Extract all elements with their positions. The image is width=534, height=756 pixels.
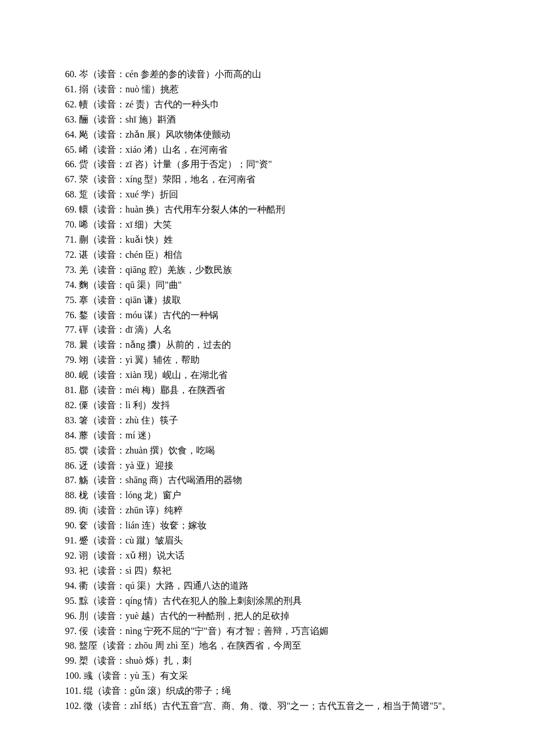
entry-number: 78. (65, 340, 77, 350)
entry-number: 102. (65, 701, 81, 711)
entry-text: 衠（读音：zhūn 谆）纯粹 (79, 505, 183, 515)
entry-65: 65. 崤（读音：xiáo 淆）山名，在河南省 (65, 142, 469, 157)
entry-text: 麴（读音：qū 渠）同"曲" (79, 280, 182, 290)
entry-number: 66. (65, 159, 77, 169)
entry-number: 71. (65, 235, 77, 244)
entry-text: 傈（读音：lì 利）发抖 (79, 400, 170, 410)
entry-67: 67. 荥（读音：xíng 型）荥阳，地名，在河南省 (65, 172, 469, 187)
entry-73: 73. 羌（读音：qiāng 腔）羌族，少数民族 (65, 262, 469, 278)
entry-number: 72. (65, 250, 77, 260)
entry-70: 70. 唏（读音：xī 细）大笑 (65, 217, 469, 232)
entry-text: 馔（读音：zhuàn 撰）饮食，吃喝 (79, 445, 215, 455)
entry-number: 62. (65, 99, 77, 109)
entry-number: 64. (65, 129, 77, 139)
entry-text: 羌（读音：qiāng 腔）羌族，少数民族 (79, 265, 232, 275)
entry-text: 蘼（读音：mí 迷） (79, 430, 156, 440)
entry-number: 79. (65, 355, 77, 365)
entry-number: 100. (65, 671, 81, 681)
entry-text: 黥（读音：qíng 情）古代在犯人的脸上刺刻涂黑的刑具 (79, 596, 302, 606)
entry-text: 飐（读音：zhǎn 展）风吹物体使颤动 (79, 129, 230, 139)
entry-number: 97. (65, 626, 77, 636)
entry-number: 63. (65, 114, 77, 124)
entry-86: 86. 迓（读音：yà 亚）迎接 (65, 458, 469, 473)
entry-68: 68. 踅（读音：xué 学）折回 (65, 187, 469, 202)
entry-text: 崤（读音：xiáo 淆）山名，在河南省 (79, 145, 228, 154)
entry-text: 盩厔（读音：zhōu 周 zhì 至）地名，在陕西省，今周至 (79, 640, 301, 650)
entry-text: 觞（读音：shāng 商）古代喝酒用的器物 (79, 475, 242, 485)
entry-71: 71. 蒯（读音：kuǎi 快）姓 (65, 232, 469, 247)
entry-number: 92. (65, 550, 77, 560)
entry-63: 63. 酾（读音：shī 施）斟酒 (65, 112, 469, 127)
entry-72: 72. 谌（读音：chén 臣）相信 (65, 247, 469, 262)
entry-text: 磾（读音：dī 滴）人名 (79, 325, 172, 334)
entry-60: 60. 岑（读音：cén 参差的参的读音）小而高的山 (65, 67, 469, 82)
entry-number: 67. (65, 174, 77, 184)
entry-text: 衢（读音：qú 渠）大路，四通八达的道路 (79, 581, 248, 591)
entry-text: 酾（读音：shī 施）斟酒 (79, 114, 176, 124)
entry-text: 鍪（读音：móu 谋）古代的一种锅 (79, 310, 218, 320)
entry-text: 荥（读音：xíng 型）荥阳，地名，在河南省 (79, 174, 255, 184)
entry-number: 65. (65, 145, 77, 154)
entry-number: 87. (65, 475, 77, 485)
entry-101: 101. 绲（读音：gǔn 滚）织成的带子；绳 (65, 683, 469, 699)
entry-69: 69. 轘（读音：huàn 换）古代用车分裂人体的一种酷刑 (65, 202, 469, 217)
entry-number: 70. (65, 219, 77, 229)
entry-number: 101. (65, 686, 81, 696)
entry-64: 64. 飐（读音：zhǎn 展）风吹物体使颤动 (65, 127, 469, 142)
entry-84: 84. 蘼（读音：mí 迷） (65, 428, 469, 443)
entry-text: 迓（读音：yà 亚）迎接 (79, 460, 174, 470)
character-definitions-list: 60. 岑（读音：cén 参差的参的读音）小而高的山61. 搦（读音：nuò 懦… (65, 67, 469, 699)
entry-number: 90. (65, 520, 77, 530)
entry-text: 岘（读音：xiàn 现）岘山，在湖北省 (79, 370, 228, 380)
entry-number: 88. (65, 490, 77, 500)
entry-61: 61. 搦（读音：nuò 懦）挑惹 (65, 82, 469, 97)
entry-text: 槊（读音：shuò 烁）扎，刺 (79, 656, 192, 665)
entry-text: 唏（读音：xī 细）大笑 (79, 219, 172, 229)
entry-text: 搴（读音：qiān 谦）拔取 (79, 295, 181, 305)
entry-text: 刖（读音：yuè 越）古代的一种酷刑，把人的足砍掉 (79, 611, 290, 621)
entry-89: 89. 衠（读音：zhūn 谆）纯粹 (65, 503, 469, 518)
entry-text: 彧（读音：yù 玉）有文采 (84, 671, 188, 681)
entry-text: 搦（读音：nuò 懦）挑惹 (79, 84, 179, 94)
entry-text: 祀（读音：sì 四）祭祀 (79, 566, 171, 575)
entry-number: 91. (65, 535, 77, 545)
entry-number: 85. (65, 445, 77, 455)
entry-62: 62. 帻（读音：zé 责）古代的一种头巾 (65, 97, 469, 112)
entry-66: 66. 赀（读音：zī 咨）计量（多用于否定）；同"资" (65, 157, 469, 172)
entry-text: 谌（读音：chén 臣）相信 (79, 250, 182, 260)
entry-93: 93. 祀（读音：sì 四）祭祀 (65, 563, 469, 578)
entry-number: 77. (65, 325, 77, 334)
entry-74: 74. 麴（读音：qū 渠）同"曲" (65, 278, 469, 293)
entry-number: 76. (65, 310, 77, 320)
entry-text: 佞（读音：nìng 宁死不屈的"宁"音）有才智；善辩，巧言谄媚 (79, 626, 329, 636)
entry-number: 98. (65, 640, 77, 650)
entry-82: 82. 傈（读音：lì 利）发抖 (65, 398, 469, 413)
entry-number: 80. (65, 370, 77, 380)
entry-text: 蒯（读音：kuǎi 快）姓 (79, 235, 173, 244)
entry-number: 74. (65, 280, 77, 290)
entry-text: 踅（读音：xué 学）折回 (79, 189, 178, 199)
entry-number: 61. (65, 84, 77, 94)
entry-number: 93. (65, 566, 77, 575)
entry-number: 60. (65, 69, 77, 79)
entry-96: 96. 刖（读音：yuè 越）古代的一种酷刑，把人的足砍掉 (65, 609, 469, 624)
entry-number: 68. (65, 189, 77, 199)
entry-83: 83. 箸（读音：zhù 住）筷子 (65, 413, 469, 428)
entry-90: 90. 奁（读音：lián 连）妆奁；嫁妆 (65, 518, 469, 533)
entry-text: 轘（读音：huàn 换）古代用车分裂人体的一种酷刑 (79, 204, 285, 214)
entry-text: 郿（读音：méi 梅）郿县，在陕西省 (79, 385, 225, 395)
entry-text: 赀（读音：zī 咨）计量（多用于否定）；同"资" (79, 159, 272, 169)
entry-text: 绲（读音：gǔn 滚）织成的带子；绳 (84, 686, 231, 696)
entry-number: 89. (65, 505, 77, 515)
entry-98: 98. 盩厔（读音：zhōu 周 zhì 至）地名，在陕西省，今周至 (65, 638, 469, 653)
entry-94: 94. 衢（读音：qú 渠）大路，四通八达的道路 (65, 578, 469, 593)
entry-text: 翊（读音：yì 翼）辅佐，帮助 (79, 355, 200, 365)
entry-text: 帻（读音：zé 责）古代的一种头巾 (79, 99, 219, 109)
entry-92: 92. 诩（读音：xǔ 栩）说大话 (65, 548, 469, 563)
entry-77: 77. 磾（读音：dī 滴）人名 (65, 322, 469, 337)
entry-number: 73. (65, 265, 77, 275)
entry-number: 75. (65, 295, 77, 305)
entry-76: 76. 鍪（读音：móu 谋）古代的一种锅 (65, 308, 469, 323)
entry-number: 95. (65, 596, 77, 606)
entry-number: 69. (65, 204, 77, 214)
